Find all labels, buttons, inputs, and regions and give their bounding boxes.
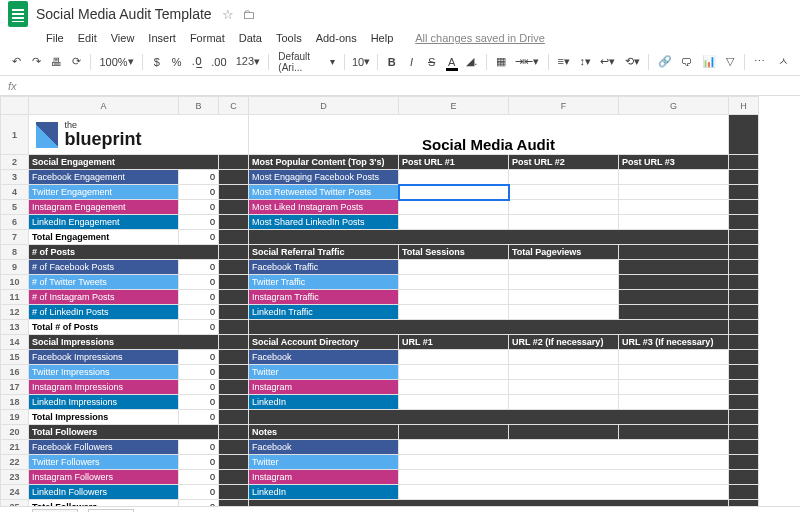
- col-E[interactable]: E: [399, 97, 509, 115]
- menu-view[interactable]: View: [111, 32, 135, 44]
- engagement-total[interactable]: Total Engagement: [29, 230, 179, 245]
- header-popular-c3[interactable]: Post URL #3: [619, 155, 729, 170]
- col-A[interactable]: A: [29, 97, 179, 115]
- popular-ig[interactable]: Most Liked Instagram Posts: [249, 200, 399, 215]
- referral-li[interactable]: LinkedIn Traffic: [249, 305, 399, 320]
- link-icon[interactable]: 🔗: [655, 52, 674, 72]
- header-engagement[interactable]: Social Engagement: [29, 155, 219, 170]
- directory-ig[interactable]: Instagram: [249, 380, 399, 395]
- col-D[interactable]: D: [249, 97, 399, 115]
- row-24[interactable]: 24: [1, 485, 29, 500]
- engagement-tw-val[interactable]: 0: [179, 185, 219, 200]
- more-icon[interactable]: ⋯: [751, 52, 767, 72]
- row-7[interactable]: 7: [1, 230, 29, 245]
- col-C[interactable]: C: [219, 97, 249, 115]
- brand-logo-cell[interactable]: theblueprint: [29, 115, 249, 155]
- row-12[interactable]: 12: [1, 305, 29, 320]
- impressions-fb[interactable]: Facebook Impressions: [29, 350, 179, 365]
- formula-input[interactable]: [25, 80, 792, 92]
- menu-addons[interactable]: Add-ons: [316, 32, 357, 44]
- notes-fb[interactable]: Facebook: [249, 440, 399, 455]
- row-19[interactable]: 19: [1, 410, 29, 425]
- header-referral-c1[interactable]: Total Sessions: [399, 245, 509, 260]
- row-20[interactable]: 20: [1, 425, 29, 440]
- followers-fb[interactable]: Facebook Followers: [29, 440, 179, 455]
- impressions-total[interactable]: Total Impressions: [29, 410, 179, 425]
- merge-icon[interactable]: ⇥⇤▾: [513, 52, 542, 72]
- header-referral[interactable]: Social Referral Traffic: [249, 245, 399, 260]
- col-G[interactable]: G: [619, 97, 729, 115]
- strikethrough-icon[interactable]: S: [424, 52, 440, 72]
- rotate-icon[interactable]: ⟲▾: [622, 52, 642, 72]
- doc-title[interactable]: Social Media Audit Template: [36, 6, 212, 22]
- row-16[interactable]: 16: [1, 365, 29, 380]
- col-H[interactable]: H: [729, 97, 759, 115]
- menu-tools[interactable]: Tools: [276, 32, 302, 44]
- impressions-ig[interactable]: Instagram Impressions: [29, 380, 179, 395]
- italic-icon[interactable]: I: [404, 52, 420, 72]
- increase-decimal-icon[interactable]: .00: [209, 52, 230, 72]
- chart-icon[interactable]: 📊: [699, 52, 718, 72]
- row-2[interactable]: 2: [1, 155, 29, 170]
- engagement-fb-val[interactable]: 0: [179, 170, 219, 185]
- col-F[interactable]: F: [509, 97, 619, 115]
- row-13[interactable]: 13: [1, 320, 29, 335]
- format-percent-icon[interactable]: %: [169, 52, 185, 72]
- move-folder-icon[interactable]: 🗀: [242, 7, 255, 22]
- row-18[interactable]: 18: [1, 395, 29, 410]
- followers-tw[interactable]: Twitter Followers: [29, 455, 179, 470]
- engagement-tw[interactable]: Twitter Engagement: [29, 185, 179, 200]
- impressions-tw[interactable]: Twitter Impressions: [29, 365, 179, 380]
- posts-fb[interactable]: # of Facebook Posts: [29, 260, 179, 275]
- undo-icon[interactable]: ↶: [8, 52, 24, 72]
- menu-data[interactable]: Data: [239, 32, 262, 44]
- engagement-li-val[interactable]: 0: [179, 215, 219, 230]
- header-followers[interactable]: Total Followers: [29, 425, 219, 440]
- notes-li[interactable]: LinkedIn: [249, 485, 399, 500]
- directory-tw[interactable]: Twitter: [249, 365, 399, 380]
- text-color-icon[interactable]: A: [444, 52, 460, 72]
- filter-icon[interactable]: ▽: [722, 52, 738, 72]
- comment-icon[interactable]: 🗨: [678, 52, 694, 72]
- more-formats-icon[interactable]: 123▾: [233, 52, 262, 72]
- row-9[interactable]: 9: [1, 260, 29, 275]
- referral-fb[interactable]: Facebook Traffic: [249, 260, 399, 275]
- header-popular[interactable]: Most Popular Content (Top 3's): [249, 155, 399, 170]
- row-11[interactable]: 11: [1, 290, 29, 305]
- header-popular-c2[interactable]: Post URL #2: [509, 155, 619, 170]
- spreadsheet-grid[interactable]: A B C D E F G H 1 theblueprint Social Me…: [0, 96, 800, 506]
- row-21[interactable]: 21: [1, 440, 29, 455]
- referral-tw[interactable]: Twitter Traffic: [249, 275, 399, 290]
- notes-ig[interactable]: Instagram: [249, 470, 399, 485]
- decrease-decimal-icon[interactable]: .0̲: [189, 52, 205, 72]
- select-all-corner[interactable]: [1, 97, 29, 115]
- posts-ig[interactable]: # of Instagram Posts: [29, 290, 179, 305]
- cell-selected[interactable]: [399, 185, 509, 200]
- followers-ig[interactable]: Instagram Followers: [29, 470, 179, 485]
- row-15[interactable]: 15: [1, 350, 29, 365]
- row-23[interactable]: 23: [1, 470, 29, 485]
- impressions-li[interactable]: LinkedIn Impressions: [29, 395, 179, 410]
- engagement-ig[interactable]: Instagram Engagement: [29, 200, 179, 215]
- zoom-select[interactable]: 100% ▾: [97, 52, 135, 72]
- grid-table[interactable]: A B C D E F G H 1 theblueprint Social Me…: [0, 96, 759, 506]
- menu-insert[interactable]: Insert: [148, 32, 176, 44]
- header-popular-c1[interactable]: Post URL #1: [399, 155, 509, 170]
- header-directory-c2[interactable]: URL #2 (If necessary): [509, 335, 619, 350]
- row-4[interactable]: 4: [1, 185, 29, 200]
- referral-ig[interactable]: Instagram Traffic: [249, 290, 399, 305]
- popular-li[interactable]: Most Shared LinkedIn Posts: [249, 215, 399, 230]
- row-17[interactable]: 17: [1, 380, 29, 395]
- followers-li[interactable]: LinkedIn Followers: [29, 485, 179, 500]
- paint-format-icon[interactable]: ⟳: [68, 52, 84, 72]
- popular-fb[interactable]: Most Engaging Facebook Posts: [249, 170, 399, 185]
- row-14[interactable]: 14: [1, 335, 29, 350]
- posts-tw[interactable]: # of Twitter Tweets: [29, 275, 179, 290]
- format-currency-icon[interactable]: $: [149, 52, 165, 72]
- header-directory[interactable]: Social Account Directory: [249, 335, 399, 350]
- header-directory-c1[interactable]: URL #1: [399, 335, 509, 350]
- engagement-total-val[interactable]: 0: [179, 230, 219, 245]
- row-1[interactable]: 1: [1, 115, 29, 155]
- directory-li[interactable]: LinkedIn: [249, 395, 399, 410]
- row-22[interactable]: 22: [1, 455, 29, 470]
